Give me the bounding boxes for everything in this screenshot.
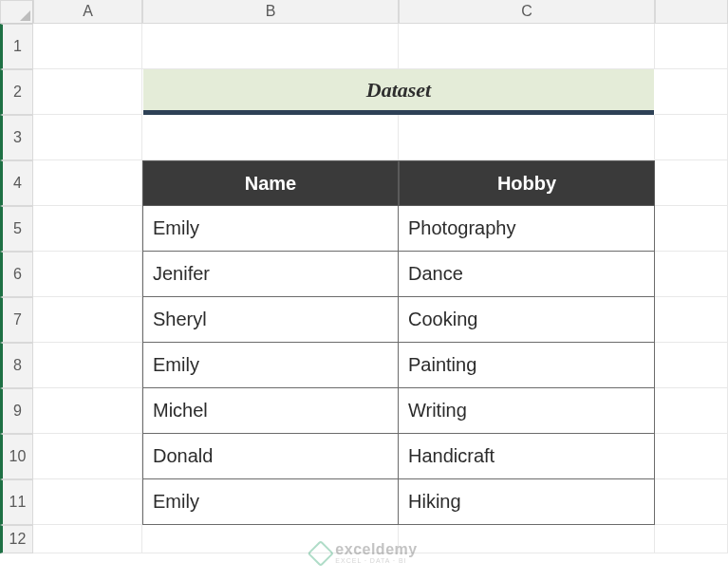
col-header-B[interactable]: B xyxy=(142,0,399,24)
cell-D7[interactable] xyxy=(655,297,728,343)
row-header-10[interactable]: 10 xyxy=(0,434,33,479)
cell-C3[interactable] xyxy=(399,115,655,160)
row-header-2[interactable]: 2 xyxy=(0,69,33,115)
cell-A12[interactable] xyxy=(33,525,142,553)
cell-C12[interactable] xyxy=(399,525,655,553)
table-cell-hobby[interactable]: Cooking xyxy=(399,297,655,343)
cell-B12[interactable] xyxy=(142,525,399,553)
cell-A5[interactable] xyxy=(33,206,142,252)
cell-B1[interactable] xyxy=(142,24,399,69)
row-header-8[interactable]: 8 xyxy=(0,343,33,388)
watermark-tagline: EXCEL · DATA · BI xyxy=(335,557,417,564)
dataset-title: Dataset xyxy=(143,69,654,115)
table-cell-hobby[interactable]: Painting xyxy=(399,343,655,388)
cell-A10[interactable] xyxy=(33,434,142,479)
table-cell-hobby[interactable]: Hiking xyxy=(399,479,655,525)
row-header-6[interactable]: 6 xyxy=(0,252,33,297)
cell-A3[interactable] xyxy=(33,115,142,160)
row-header-9[interactable]: 9 xyxy=(0,388,33,434)
row-header-1[interactable]: 1 xyxy=(0,24,33,69)
table-cell-name[interactable]: Emily xyxy=(142,206,399,252)
cell-A4[interactable] xyxy=(33,160,142,206)
cell-D2[interactable] xyxy=(655,69,728,115)
cell-D6[interactable] xyxy=(655,252,728,297)
select-all-triangle-icon xyxy=(20,10,30,21)
col-header-A[interactable]: A xyxy=(33,0,142,24)
cell-D5[interactable] xyxy=(655,206,728,252)
row-header-12[interactable]: 12 xyxy=(0,525,33,553)
cell-A9[interactable] xyxy=(33,388,142,434)
table-cell-name[interactable]: Donald xyxy=(142,434,399,479)
table-cell-name[interactable]: Sheryl xyxy=(142,297,399,343)
cell-D3[interactable] xyxy=(655,115,728,160)
cell-D12[interactable] xyxy=(655,525,728,553)
col-header-blank[interactable] xyxy=(655,0,728,24)
col-header-C[interactable]: C xyxy=(399,0,655,24)
table-cell-name[interactable]: Jenifer xyxy=(142,252,399,297)
cell-A6[interactable] xyxy=(33,252,142,297)
select-all-corner[interactable] xyxy=(0,0,33,24)
spreadsheet-grid: A B C 1 2 Dataset 3 4 Name Hobby 5 Emily… xyxy=(0,0,728,553)
table-cell-name[interactable]: Emily xyxy=(142,479,399,525)
row-header-3[interactable]: 3 xyxy=(0,115,33,160)
cell-D10[interactable] xyxy=(655,434,728,479)
cell-D4[interactable] xyxy=(655,160,728,206)
cell-A8[interactable] xyxy=(33,343,142,388)
row-header-7[interactable]: 7 xyxy=(0,297,33,343)
table-cell-hobby[interactable]: Dance xyxy=(399,252,655,297)
cell-B3[interactable] xyxy=(142,115,399,160)
cell-D1[interactable] xyxy=(655,24,728,69)
table-cell-hobby[interactable]: Writing xyxy=(399,388,655,434)
cell-A1[interactable] xyxy=(33,24,142,69)
table-cell-hobby[interactable]: Handicraft xyxy=(399,434,655,479)
row-header-11[interactable]: 11 xyxy=(0,479,33,525)
table-cell-name[interactable]: Emily xyxy=(142,343,399,388)
table-header-hobby[interactable]: Hobby xyxy=(399,160,655,206)
cell-A7[interactable] xyxy=(33,297,142,343)
table-cell-name[interactable]: Michel xyxy=(142,388,399,434)
cell-D11[interactable] xyxy=(655,479,728,525)
cell-A2[interactable] xyxy=(33,69,142,115)
cell-D9[interactable] xyxy=(655,388,728,434)
row-header-5[interactable]: 5 xyxy=(0,206,33,252)
table-header-name[interactable]: Name xyxy=(142,160,399,206)
cell-C1[interactable] xyxy=(399,24,655,69)
row-header-4[interactable]: 4 xyxy=(0,160,33,206)
cell-D8[interactable] xyxy=(655,343,728,388)
table-cell-hobby[interactable]: Photography xyxy=(399,206,655,252)
cell-A11[interactable] xyxy=(33,479,142,525)
